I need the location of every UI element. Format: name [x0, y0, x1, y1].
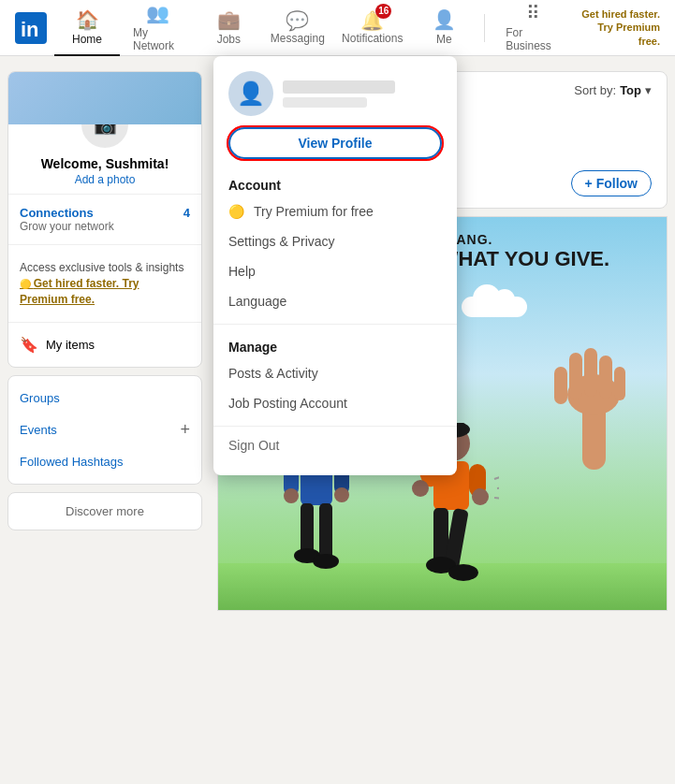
- cloud-3: [462, 297, 527, 317]
- nav-promo: Get hired faster. Try Premium free.: [574, 7, 660, 48]
- dropdown-language[interactable]: Language: [213, 286, 457, 316]
- bookmark-icon: 🔖: [20, 336, 38, 354]
- me-icon: 👤: [433, 8, 456, 31]
- nav-home[interactable]: 🏠 Home: [54, 0, 120, 56]
- dropdown-divider-2: [213, 426, 457, 427]
- profile-divider-3: [8, 322, 201, 323]
- view-profile-button[interactable]: View Profile: [228, 127, 442, 159]
- connections-subtitle: Grow your network: [20, 220, 114, 233]
- notifications-badge: 16: [375, 4, 391, 19]
- dropdown-sign-out[interactable]: Sign Out: [213, 434, 457, 460]
- sidebar-item-events[interactable]: Events +: [8, 413, 201, 447]
- linkedin-logo[interactable]: in: [15, 12, 47, 44]
- sign-out-label: Sign Out: [228, 438, 279, 453]
- svg-point-19: [313, 554, 339, 569]
- dropdown-job-posting-label: Job Posting Account: [228, 396, 347, 411]
- dropdown-help-label: Help: [228, 264, 256, 279]
- top-navigation: in 🏠 Home 👥 My Network 💼 Jobs 💬 Messagin…: [0, 0, 675, 56]
- nav-me[interactable]: 👤 Me: [411, 0, 477, 56]
- profile-divider-2: [8, 244, 201, 245]
- dropdown-job-posting[interactable]: Job Posting Account: [213, 388, 457, 418]
- svg-point-14: [284, 488, 299, 503]
- my-network-icon: 👥: [146, 2, 169, 24]
- dropdown-divider-1: [213, 324, 457, 325]
- sort-prefix: Sort by:: [574, 83, 616, 97]
- follow-label: + Follow: [585, 176, 638, 191]
- discover-more-button[interactable]: Discover more: [7, 492, 202, 530]
- promo-line1: Get hired faster.: [581, 8, 660, 20]
- dropdown-try-premium[interactable]: 🟡 Try Premium for free: [213, 196, 457, 226]
- connections-info: Connections Grow your network: [20, 206, 114, 233]
- nav-for-business[interactable]: ⠿ For Business: [492, 0, 574, 56]
- nav-divider: [484, 14, 485, 42]
- sidebar-item-groups[interactable]: Groups: [8, 384, 201, 413]
- nav-jobs-label: Jobs: [217, 33, 241, 46]
- dropdown-settings-label: Settings & Privacy: [228, 234, 335, 249]
- svg-point-25: [412, 480, 429, 497]
- nav-jobs[interactable]: 💼 Jobs: [196, 0, 261, 56]
- dropdown-premium-label: Try Premium for free: [254, 204, 374, 219]
- add-event-icon[interactable]: +: [180, 420, 190, 440]
- nav-messaging[interactable]: 💬 Messaging: [261, 0, 333, 56]
- connections-label: Connections: [20, 206, 114, 220]
- nav-my-network[interactable]: 👥 My Network: [120, 0, 196, 56]
- connections-row[interactable]: Connections Grow your network 4: [8, 202, 201, 237]
- sidebar-item-hashtags[interactable]: Followed Hashtags: [8, 447, 201, 476]
- svg-line-31: [494, 474, 499, 479]
- nav-notifications-label: Notifications: [342, 32, 403, 45]
- home-icon: 🏠: [76, 8, 99, 31]
- profile-divider-1: [8, 194, 201, 195]
- account-section-title: Account: [213, 170, 457, 196]
- profile-welcome: Welcome, Sushmita!: [41, 156, 169, 171]
- promo-link[interactable]: Get hired faster. Try Premium free.: [581, 8, 660, 47]
- follow-button[interactable]: + Follow: [571, 170, 652, 196]
- svg-rect-4: [554, 367, 567, 404]
- insights-text: Access exclusive tools & insights Get hi…: [20, 260, 190, 307]
- jobs-icon: 💼: [217, 8, 241, 31]
- dropdown-help[interactable]: Help: [213, 256, 457, 286]
- svg-text:in: in: [21, 18, 39, 41]
- chevron-down-icon: ▾: [645, 83, 652, 97]
- insights-link[interactable]: Get hired faster. Try Premium free.: [20, 277, 139, 306]
- dropdown-user-info: [283, 80, 442, 108]
- dropdown-user-section: 👤: [213, 71, 457, 127]
- svg-rect-7: [599, 356, 612, 399]
- promo-line2: Try Premium free.: [597, 22, 660, 46]
- profile-card: 📷 Welcome, Sushmita! Add a photo Connect…: [7, 71, 202, 368]
- messaging-badge-wrap: 💬: [286, 9, 309, 32]
- hashtags-label: Followed Hashtags: [20, 455, 124, 469]
- dropdown-settings-privacy[interactable]: Settings & Privacy: [213, 226, 457, 256]
- messaging-icon: 💬: [286, 10, 309, 31]
- nav-me-label: Me: [436, 33, 452, 46]
- sort-by-control[interactable]: Sort by: Top ▾: [574, 83, 652, 97]
- insights-text-label: Access exclusive tools & insights: [20, 261, 183, 274]
- sidebar-links: Groups Events + Followed Hashtags: [7, 375, 202, 485]
- events-label: Events: [20, 423, 57, 437]
- connections-count: 4: [183, 206, 190, 220]
- dropdown-posts-label: Posts & Activity: [228, 366, 318, 381]
- discover-more-label: Discover more: [66, 504, 144, 518]
- add-photo-link[interactable]: Add a photo: [75, 173, 136, 186]
- nav-my-network-label: My Network: [133, 26, 183, 52]
- profile-banner: [8, 72, 201, 124]
- my-items-row[interactable]: 🔖 My items: [8, 330, 201, 359]
- dropdown-language-label: Language: [228, 294, 286, 309]
- dropdown-posts-activity[interactable]: Posts & Activity: [213, 358, 457, 388]
- svg-rect-6: [584, 348, 597, 397]
- premium-icon: 🟡: [228, 204, 244, 219]
- svg-rect-17: [319, 503, 332, 559]
- dropdown-user-subtitle: [283, 97, 367, 108]
- groups-label: Groups: [20, 391, 60, 405]
- svg-line-33: [494, 498, 499, 500]
- my-items-label: My items: [46, 338, 95, 352]
- svg-rect-5: [569, 353, 582, 399]
- svg-line-32: [497, 486, 499, 488]
- nav-messaging-label: Messaging: [271, 32, 325, 45]
- nav-home-label: Home: [72, 33, 102, 46]
- left-sidebar: 📷 Welcome, Sushmita! Add a photo Connect…: [0, 71, 210, 611]
- user-dropdown-menu: 👤 View Profile Account 🟡 Try Premium for…: [213, 56, 457, 475]
- nav-notifications[interactable]: 🔔 16 Notifications: [333, 0, 411, 56]
- svg-rect-8: [614, 367, 625, 400]
- sort-value: Top: [620, 83, 641, 97]
- svg-point-30: [448, 564, 478, 581]
